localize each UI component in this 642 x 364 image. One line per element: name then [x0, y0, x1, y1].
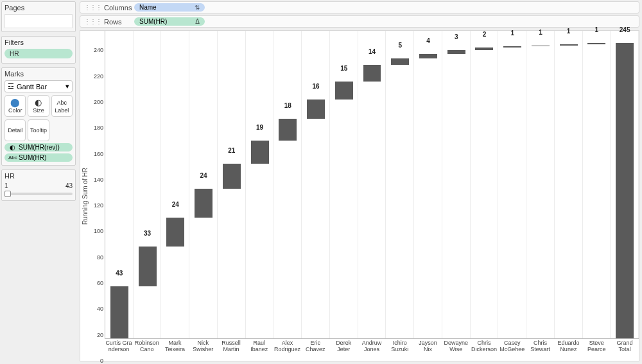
- marks-label-button[interactable]: Abc Label: [51, 95, 73, 117]
- marks-tooltip-button[interactable]: Tooltip: [28, 119, 49, 141]
- bar[interactable]: [110, 286, 128, 338]
- bar[interactable]: [195, 189, 213, 218]
- bar-value-label: 24: [161, 201, 189, 209]
- chart-column: [583, 31, 611, 338]
- y-tick: 80: [88, 254, 103, 261]
- x-tick-label: Curtis Granderson: [105, 339, 133, 361]
- chart-column: [302, 31, 330, 338]
- y-tick: 60: [88, 280, 103, 286]
- x-tick-label: GrandTotal: [611, 339, 639, 361]
- size-icon: ◐: [35, 98, 42, 107]
- sort-icon: ⇅: [195, 4, 200, 11]
- bar[interactable]: [139, 247, 157, 286]
- bar-value-label: 21: [218, 147, 246, 155]
- marks-color-button[interactable]: ⬤ Color: [4, 95, 26, 117]
- bar-value-label: 1: [583, 26, 611, 35]
- y-tick: 0: [88, 358, 103, 364]
- x-tick-label: MarkTeixeira: [161, 339, 189, 361]
- marks-size-button[interactable]: ◐ Size: [28, 95, 49, 117]
- filters-title: Filters: [4, 39, 73, 46]
- bar[interactable]: [279, 119, 297, 141]
- x-tick-label: DerekJeter: [329, 339, 358, 361]
- chevron-down-icon: ▾: [65, 82, 69, 91]
- bar-value-label: 33: [134, 230, 162, 238]
- main-area: ⋮⋮⋮ Columns Name ⇅ ⋮⋮⋮ Rows SUM(HR) Δ Ru…: [77, 0, 642, 364]
- chart-column: [414, 31, 442, 338]
- plot-region[interactable]: 4333242421191816151454321111245: [105, 31, 639, 339]
- x-tick-label: EduardoNunez: [555, 339, 583, 361]
- y-tick: 220: [88, 73, 103, 80]
- bar-value-label: 3: [442, 33, 471, 42]
- y-tick: 240: [88, 47, 103, 53]
- bar-value-label: 15: [330, 65, 358, 73]
- x-tick-label: AndruwJones: [358, 339, 386, 361]
- y-tick: 20: [88, 332, 103, 338]
- bar-value-label: 16: [302, 83, 330, 91]
- bar[interactable]: [223, 164, 241, 189]
- grip-icon: ⋮⋮⋮: [84, 18, 101, 25]
- x-tick-label: Jayson Nix: [414, 339, 442, 361]
- bar[interactable]: [335, 82, 353, 100]
- bar-value-label: 43: [105, 270, 134, 278]
- marks-title: Marks: [4, 70, 73, 78]
- bar[interactable]: [363, 65, 381, 82]
- y-tick: 120: [88, 202, 103, 209]
- bar-value-label: 14: [358, 48, 386, 56]
- bar[interactable]: [419, 54, 437, 59]
- hr-slider[interactable]: [4, 191, 73, 197]
- filter-pill-hr[interactable]: HR: [4, 49, 73, 58]
- bar[interactable]: [587, 43, 605, 44]
- bar-value-label: 2: [471, 31, 499, 39]
- bar-value-label: 5: [386, 42, 414, 50]
- bar[interactable]: [616, 43, 634, 338]
- bar[interactable]: [503, 46, 521, 48]
- chart-area: Running Sum of HR 0204060801001201401601…: [80, 30, 639, 361]
- rows-shelf[interactable]: ⋮⋮⋮ Rows SUM(HR) Δ: [80, 15, 639, 28]
- chart-column: [330, 31, 358, 338]
- x-tick-label: RaulIbanez: [245, 339, 273, 361]
- x-tick-label: RussellMartin: [217, 339, 245, 361]
- x-tick-label: NickSwisher: [189, 339, 217, 361]
- bar[interactable]: [447, 50, 465, 54]
- table-calc-icon: Δ: [195, 18, 200, 25]
- shelves: ⋮⋮⋮ Columns Name ⇅ ⋮⋮⋮ Rows SUM(HR) Δ: [77, 0, 642, 30]
- chart-column: [526, 31, 555, 338]
- x-tick-label: CaseyMcGehee: [498, 339, 526, 361]
- bar[interactable]: [166, 218, 184, 247]
- bar-value-label: 1: [555, 28, 583, 36]
- bar-value-label: 1: [498, 30, 526, 38]
- label-icon: Abc: [57, 98, 67, 107]
- rows-pill-sum-hr[interactable]: SUM(HR) Δ: [134, 17, 205, 26]
- y-tick: 160: [88, 151, 103, 157]
- x-tick-label: ChrisDickerson: [470, 339, 498, 361]
- x-tick-label: EricChavez: [301, 339, 329, 361]
- marks-buttons: ⬤ Color ◐ Size Abc Label: [4, 95, 73, 117]
- hr-slider-panel: HR 1 43: [1, 169, 76, 201]
- y-tick: 140: [88, 177, 103, 183]
- x-tick-label: DewayneWise: [442, 339, 470, 361]
- bar-value-label: 245: [611, 26, 639, 35]
- bar[interactable]: [307, 100, 325, 119]
- columns-pill-name[interactable]: Name ⇅: [134, 3, 205, 12]
- mark-type-select[interactable]: ☲ Gantt Bar ▾: [4, 80, 73, 92]
- hr-slider-thumb[interactable]: [4, 191, 11, 197]
- x-tick-label: AlexRodriguez: [273, 339, 302, 361]
- color-icon: ⬤: [10, 98, 20, 107]
- x-tick-label: IchiroSuzuki: [386, 339, 414, 361]
- bar[interactable]: [391, 58, 409, 64]
- pages-drop-zone[interactable]: [4, 14, 73, 28]
- mark-pill-sum-hr-rev[interactable]: ◐ SUM(HR(rev)): [4, 143, 73, 152]
- bar[interactable]: [251, 141, 269, 164]
- bar[interactable]: [475, 48, 493, 50]
- marks-detail-button[interactable]: Detail: [4, 119, 26, 141]
- bar[interactable]: [560, 44, 578, 46]
- size-icon: ◐: [8, 144, 16, 151]
- y-tick: 180: [88, 125, 103, 131]
- filters-panel: Filters HR: [1, 36, 76, 64]
- bar[interactable]: [532, 46, 550, 47]
- chart-column: [471, 31, 499, 338]
- bar-value-label: 18: [273, 102, 302, 110]
- rows-label: Rows: [104, 18, 122, 26]
- columns-shelf[interactable]: ⋮⋮⋮ Columns Name ⇅: [80, 1, 639, 13]
- mark-pill-sum-hr[interactable]: Abc SUM(HR): [4, 153, 73, 162]
